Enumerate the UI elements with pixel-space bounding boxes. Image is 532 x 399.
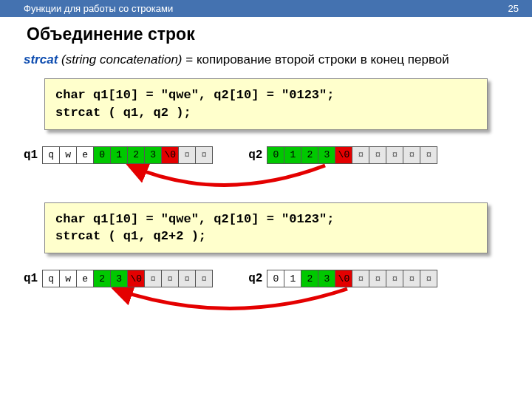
array-cell: 0	[93, 146, 111, 164]
array-cell: 2	[301, 270, 318, 287]
array-cell: ¤	[420, 270, 437, 287]
q2-cells-2: 0123\0¤¤¤¤¤	[267, 270, 437, 287]
header-topic: Функции для работы со строками	[24, 3, 173, 14]
array-cell: 2	[127, 146, 145, 164]
slide-header: Функции для работы со строками 25	[0, 0, 532, 17]
array-cell: w	[59, 146, 77, 164]
array-cell: 3	[144, 146, 162, 164]
array-cell: ¤	[195, 146, 213, 164]
q1-cells-2: qwe23\0¤¤¤¤	[42, 270, 213, 287]
array-row-2: q1 qwe23\0¤¤¤¤ q2 0123\0¤¤¤¤¤	[24, 270, 532, 287]
array-cell: 2	[301, 146, 318, 164]
array-cell: 1	[110, 146, 128, 164]
arrow-1-wrap	[0, 164, 532, 200]
code1-line2: strcat ( q1, q2 );	[55, 104, 477, 122]
q2-label: q2	[248, 149, 262, 162]
array-cell: 0	[267, 270, 284, 287]
q2-label-2: q2	[248, 272, 262, 285]
array-cell: 2	[93, 270, 111, 287]
q1-label-2: q1	[24, 272, 38, 285]
array-cell: ¤	[352, 270, 369, 287]
array-cell: ¤	[195, 270, 213, 287]
array-cell: 0	[267, 146, 284, 164]
code-box-1: char q1[10] = "qwe", q2[10] = "0123"; st…	[44, 78, 488, 130]
array-cell: q	[42, 146, 60, 164]
array-cell: \0	[335, 270, 352, 287]
page-number: 25	[508, 3, 519, 14]
array-cell: \0	[127, 270, 145, 287]
q1-group-2: q1 qwe23\0¤¤¤¤	[24, 270, 213, 287]
description: strcat (string concatenation) = копирова…	[24, 52, 508, 68]
code2-line2: strcat ( q1, q2+2 );	[55, 228, 477, 245]
page-title: Объединение строк	[27, 24, 532, 44]
array-cell: ¤	[403, 270, 420, 287]
function-name: strcat	[24, 52, 58, 66]
array-cell: ¤	[386, 270, 403, 287]
array-cell: 1	[284, 146, 301, 164]
function-expansion: (string concatenation)	[61, 52, 182, 66]
code-box-2: char q1[10] = "qwe", q2[10] = "0123"; st…	[44, 202, 488, 254]
array-cell: q	[42, 270, 60, 287]
array-cell: 1	[284, 270, 301, 287]
q2-cells-1: 0123\0¤¤¤¤¤	[267, 146, 437, 164]
q2-group-1: q2 0123\0¤¤¤¤¤	[248, 146, 437, 164]
q1-cells-1: qwe0123\0¤¤	[42, 146, 213, 164]
array-cell: e	[76, 270, 94, 287]
description-text: = копирование второй строки в конец перв…	[183, 52, 449, 66]
array-cell: ¤	[369, 270, 386, 287]
code1-line1: char q1[10] = "qwe", q2[10] = "0123";	[55, 86, 477, 104]
copy-arrow-1	[0, 164, 532, 200]
copy-arrow-2	[0, 287, 532, 323]
array-cell: 3	[110, 270, 128, 287]
array-cell: ¤	[352, 146, 369, 164]
array-cell: ¤	[369, 146, 386, 164]
q1-group-1: q1 qwe0123\0¤¤	[24, 146, 213, 164]
array-cell: ¤	[386, 146, 403, 164]
array-cell: \0	[335, 146, 352, 164]
q1-label: q1	[24, 149, 38, 162]
array-cell: 3	[318, 146, 335, 164]
array-cell: ¤	[403, 146, 420, 164]
code2-line1: char q1[10] = "qwe", q2[10] = "0123";	[55, 211, 477, 228]
array-cell: w	[59, 270, 77, 287]
array-cell: ¤	[144, 270, 162, 287]
array-cell: ¤	[420, 146, 437, 164]
array-cell: ¤	[161, 270, 179, 287]
array-cell: e	[76, 146, 94, 164]
arrow-2-wrap	[0, 287, 532, 323]
q2-group-2: q2 0123\0¤¤¤¤¤	[248, 270, 437, 287]
array-cell: ¤	[178, 146, 196, 164]
array-cell: \0	[161, 146, 179, 164]
array-cell: 3	[318, 270, 335, 287]
array-row-1: q1 qwe0123\0¤¤ q2 0123\0¤¤¤¤¤	[24, 146, 532, 164]
array-cell: ¤	[178, 270, 196, 287]
